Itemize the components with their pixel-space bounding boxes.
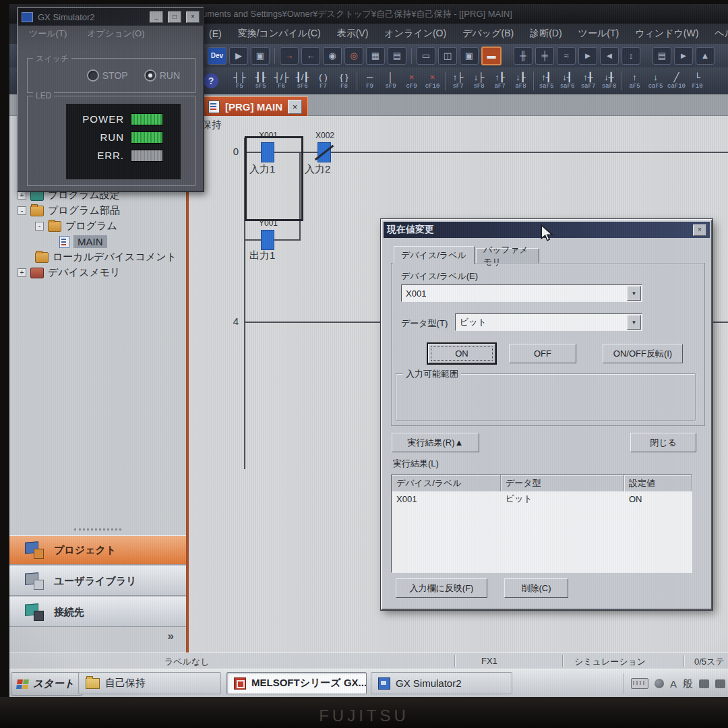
tree-item-main[interactable]: MAIN — [9, 234, 186, 249]
y001-contact-on[interactable] — [261, 230, 274, 250]
ladder-tool-f5[interactable]: ┤├F5 — [229, 69, 250, 92]
on-off-invert-button[interactable]: ON/OFF反転(I) — [603, 344, 683, 363]
step-back-icon[interactable]: ◄ — [600, 47, 619, 65]
simulator-menu-options[interactable]: オプション(O) — [87, 28, 144, 40]
menu-diagnostics[interactable]: 診断(D) — [522, 28, 570, 40]
on-button[interactable]: ON — [428, 344, 495, 363]
tree-expand-icon[interactable]: + — [18, 268, 26, 277]
run-radio[interactable]: RUN — [146, 70, 180, 81]
monitor-start-icon[interactable]: ▦ — [366, 47, 385, 65]
dialog-close-button[interactable]: 閉じる — [630, 433, 696, 452]
device-view-icon[interactable]: Dev — [208, 47, 226, 65]
ime-alpha-indicator[interactable]: A — [670, 678, 677, 690]
nav-user-library-button[interactable]: ユーザライブラリ — [9, 566, 186, 596]
minimize-icon[interactable]: _ — [150, 11, 163, 23]
radio-selected-icon[interactable] — [146, 71, 155, 80]
forced-io-icon[interactable]: ╪ — [535, 47, 554, 65]
ladder-tool-saf7[interactable]: ↑╂saF7 — [578, 69, 599, 92]
ladder-tool-af5[interactable]: ↑aF5 — [624, 69, 645, 92]
radio-icon[interactable] — [88, 71, 98, 80]
table-row[interactable]: X001 ビット ON — [392, 491, 692, 506]
ladder-tool-saf8[interactable]: ↓╂saF8 — [599, 69, 619, 92]
ladder-tool-saf5[interactable]: ↑┨saF5 — [536, 69, 557, 92]
menu-edit-partial[interactable]: (E) — [201, 28, 230, 39]
statement-icon[interactable]: ▤ — [653, 47, 671, 65]
ladder-tool-saf6[interactable]: ↓┨saF6 — [557, 69, 578, 92]
monitor-stop-icon[interactable]: ▤ — [388, 47, 406, 65]
tree-item-local-device-comment[interactable]: ローカルデバイスコメント — [9, 249, 186, 265]
window-cascade-icon[interactable]: ▭ — [417, 47, 435, 65]
ime-kana-indicator[interactable]: 般 — [683, 677, 693, 690]
step-run-icon[interactable]: ► — [578, 47, 597, 65]
ladder-selection-cursor[interactable] — [245, 136, 303, 221]
volume-icon[interactable] — [655, 679, 664, 688]
nav-connection-button[interactable]: 接続先 — [9, 597, 186, 627]
run-icon[interactable]: ► — [674, 47, 693, 65]
menu-help[interactable]: ヘルプ(H) — [706, 28, 728, 40]
watch-start-icon[interactable]: ▶ — [229, 47, 248, 65]
col-header-device[interactable]: デバイス/ラベル — [392, 475, 501, 491]
taskbar-item-simulator[interactable]: GX Simulator2 — [371, 672, 512, 694]
menu-view[interactable]: 表示(V) — [329, 28, 377, 40]
close-icon[interactable]: × — [186, 11, 200, 23]
tree-item-program-parts[interactable]: - プログラム部品 — [9, 203, 186, 218]
ladder-tool-f7[interactable]: ( )F7 — [313, 69, 334, 92]
close-icon[interactable]: × — [693, 224, 706, 236]
comment-display-icon[interactable]: ▣ — [460, 47, 479, 65]
menu-debug[interactable]: デバッグ(B) — [454, 28, 522, 40]
tab-prg-main[interactable]: [PRG] MAIN × — [202, 96, 308, 117]
ladder-tool-af8[interactable]: ↓┠aF8 — [510, 69, 531, 92]
execution-result-toggle-button[interactable]: 実行結果(R)▲ — [392, 433, 479, 452]
menu-compile[interactable]: 変換/コンパイル(C) — [230, 28, 329, 40]
tree-collapse-icon[interactable]: - — [18, 206, 26, 215]
read-from-plc-icon[interactable]: ← — [301, 47, 320, 65]
menu-online[interactable]: オンライン(O) — [376, 28, 454, 40]
ladder-tool-cf9[interactable]: ×cF9 — [401, 69, 422, 92]
monitor-icon[interactable]: ◉ — [323, 47, 342, 65]
tree-collapse-icon[interactable]: - — [35, 222, 44, 231]
tab-close-icon[interactable]: × — [288, 100, 302, 114]
tray-tool-icon[interactable] — [699, 679, 709, 688]
taskbar-item-melsoft[interactable]: MELSOFTシリーズ GX... — [226, 672, 367, 694]
tree-item-device-memory[interactable]: + デバイスメモリ — [9, 265, 186, 280]
ladder-tool-f8[interactable]: { }F8 — [334, 69, 355, 92]
ladder-tool-af7[interactable]: ↑┠aF7 — [489, 69, 510, 92]
ladder-tool-sf9[interactable]: │sF9 — [380, 69, 401, 92]
taskbar-item-folder[interactable]: 自己保持 — [78, 672, 221, 694]
stop-icon[interactable]: ▲ — [696, 47, 715, 65]
device-combo[interactable]: X001 ▼ — [401, 284, 642, 302]
device-test-icon[interactable]: ╫ — [514, 47, 533, 65]
col-header-datatype[interactable]: データ型 — [501, 475, 624, 491]
nav-project-button[interactable]: プロジェクト — [9, 535, 186, 565]
write-to-plc-icon[interactable]: → — [280, 47, 299, 65]
sampling-trace-icon[interactable]: ≈ — [557, 47, 576, 65]
ladder-tool-caf10[interactable]: ╱caF10 — [666, 69, 687, 92]
simulator-titlebar[interactable]: GX Simulator2 _ □ × — [18, 8, 203, 26]
monitor-write-icon[interactable]: ◎ — [344, 47, 363, 65]
ladder-tool-sf6[interactable]: ┨/┠sF6 — [292, 69, 313, 92]
datatype-combo[interactable]: ビット ▼ — [455, 313, 642, 331]
chevron-down-icon[interactable]: ▼ — [627, 315, 641, 330]
tab-device-label[interactable]: デバイス/ラベル — [394, 246, 475, 264]
chevron-more-icon[interactable]: » — [168, 630, 174, 643]
ladder-tool-sf5[interactable]: ┨┠sF5 — [250, 69, 271, 92]
ladder-tool-cf10[interactable]: ×cF10 — [422, 69, 443, 92]
skip-run-icon[interactable]: ↕ — [621, 47, 640, 65]
ladder-tool-caf5[interactable]: ↓caF5 — [645, 69, 666, 92]
watch-stop-icon[interactable]: ▣ — [251, 47, 270, 65]
ladder-tool-sf7[interactable]: ↑├sF7 — [448, 69, 468, 92]
ladder-tool-f6[interactable]: ┤/├F6 — [271, 69, 292, 92]
menu-window[interactable]: ウィンドウ(W) — [627, 28, 706, 40]
keyboard-icon[interactable] — [631, 678, 648, 689]
tray-tool2-icon[interactable] — [715, 679, 725, 688]
help-icon[interactable]: ? — [204, 73, 218, 88]
start-button[interactable]: スタート — [11, 672, 83, 696]
chevron-down-icon[interactable]: ▼ — [627, 286, 641, 301]
ladder-tool-f9[interactable]: ─F9 — [359, 69, 380, 92]
col-header-setvalue[interactable]: 設定値 — [624, 475, 692, 491]
reflect-to-input-button[interactable]: 入力欄に反映(F) — [396, 578, 487, 598]
stop-radio[interactable]: STOP — [88, 70, 128, 81]
tab-buffer-memory[interactable]: バッファメモリ — [476, 248, 539, 264]
simulator-menu-tools[interactable]: ツール(T) — [29, 28, 67, 40]
ladder-tool-sf8[interactable]: ↓├sF8 — [468, 69, 489, 92]
